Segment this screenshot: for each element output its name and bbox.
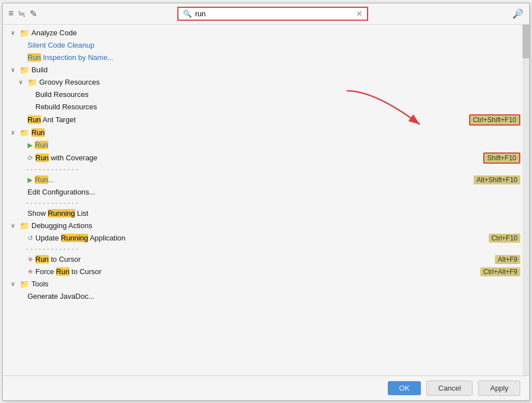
list-item[interactable]: ∨ 📁 Build: [3, 64, 529, 76]
search-icon: 🔍: [183, 10, 192, 18]
search-area: 🔍 ✕: [42, 7, 503, 21]
highlight-span: Run: [35, 141, 48, 149]
shortcut-badge: Alt+Shift+F10: [474, 175, 520, 184]
list-item[interactable]: › Rebuild Resources: [3, 101, 529, 113]
folder-icon: 📁: [20, 128, 29, 137]
highlight-span: Run: [31, 128, 45, 137]
coverage-icon: ⟳: [27, 154, 33, 162]
highlight-span: Run: [35, 255, 49, 263]
shortcut-badge: Ctrl+Shift+F10: [469, 114, 520, 126]
folder-icon: 📁: [20, 280, 29, 289]
list-item[interactable]: › ✳ Run to Cursor Alt+F9: [3, 253, 529, 266]
item-label: Run...: [35, 175, 474, 184]
item-label: Update Running Application: [35, 234, 489, 242]
folder-icon: 📁: [20, 66, 29, 75]
item-label: Run: [31, 128, 520, 137]
run-icon: ▶: [27, 176, 33, 184]
collapse-arrow: ∨: [11, 66, 19, 73]
separator: - - - - - - - - - - - - -: [3, 165, 529, 174]
highlight-span: Run: [27, 115, 41, 124]
item-label: Build: [31, 66, 520, 74]
scrollbar-thumb[interactable]: [522, 25, 529, 58]
item-label: Run Ant Target: [27, 115, 469, 124]
item-label: Run with Coverage: [35, 154, 483, 162]
list-item[interactable]: ∨ 📁 Run: [3, 127, 529, 139]
item-label: Generate JavaDoc...: [27, 292, 520, 300]
run-icon: ▶: [27, 141, 33, 149]
list-item[interactable]: › Build Resources: [3, 89, 529, 101]
list-item[interactable]: › ✳ Force Run to Cursor Ctrl+Alt+F9: [3, 266, 529, 278]
settings-icon[interactable]: ✎: [30, 8, 37, 19]
main-dialog: ≡ ≒ ✎ 🔍 ✕ 🔎 ∨ 📁 Analyze Code › Silent Co…: [2, 3, 530, 401]
folder-icon: 📁: [27, 78, 37, 87]
scrollbar-track[interactable]: [522, 25, 529, 376]
history-icon[interactable]: 🔎: [512, 8, 524, 19]
list-item[interactable]: › ▶ Run: [3, 139, 529, 151]
dialog-footer: OK Cancel Apply: [3, 376, 529, 400]
list-item[interactable]: ∨ 📁 Groovy Resources: [3, 76, 529, 89]
item-label: Debugging Actions: [31, 221, 520, 230]
item-label: Force Run to Cursor: [35, 267, 480, 276]
item-label: Run Inspection by Name...: [27, 53, 520, 62]
item-label: Tools: [31, 280, 520, 288]
item-label: Silent Code Cleanup: [27, 41, 520, 49]
list-item[interactable]: › Generate JavaDoc...: [3, 290, 529, 303]
cursor-icon: ✳: [27, 268, 33, 276]
list-item[interactable]: ∨ 📁 Analyze Code: [3, 27, 529, 39]
list-item[interactable]: › Run Ant Target Ctrl+Shift+F10: [3, 113, 529, 127]
highlight-span: Run: [35, 154, 49, 162]
collapse-all-icon[interactable]: ≒: [18, 8, 25, 19]
highlight-span: Run: [27, 53, 41, 62]
item-label: Analyze Code: [31, 29, 520, 37]
separator: - - - - - - - - - - - - -: [3, 244, 529, 253]
item-label: Run: [35, 141, 520, 149]
expand-all-icon[interactable]: ≡: [8, 8, 13, 18]
cancel-button[interactable]: Cancel: [426, 381, 473, 396]
shortcut-badge: Ctrl+F10: [489, 234, 520, 243]
shortcut-badge: Alt+F9: [495, 255, 520, 264]
list-item[interactable]: › Edit Configurations...: [3, 186, 529, 198]
shortcut-badge: Shift+F10: [483, 152, 520, 164]
cursor-icon: ✳: [27, 256, 33, 263]
folder-icon: 📁: [20, 221, 29, 230]
list-item[interactable]: ∨ 📁 Tools: [3, 278, 529, 290]
item-label: Run to Cursor: [35, 255, 495, 263]
item-label: Groovy Resources: [39, 78, 520, 86]
search-input[interactable]: [195, 10, 353, 18]
list-item[interactable]: › ⟳ Run with Coverage Shift+F10: [3, 151, 529, 165]
list-item[interactable]: › Run Inspection by Name...: [3, 52, 529, 64]
collapse-arrow: ∨: [11, 280, 19, 288]
search-box-container: 🔍 ✕: [177, 7, 368, 21]
list-item[interactable]: ∨ 📁 Debugging Actions: [3, 220, 529, 232]
list-item[interactable]: › Show Running List: [3, 207, 529, 220]
update-icon: ↺: [27, 234, 33, 242]
list-item[interactable]: › ↺ Update Running Application Ctrl+F10: [3, 232, 529, 244]
list-item[interactable]: › Silent Code Cleanup: [3, 39, 529, 52]
highlight-span: Running: [48, 209, 75, 217]
folder-icon: 📁: [20, 29, 29, 38]
shortcut-badge: Ctrl+Alt+F9: [480, 267, 520, 276]
ok-button[interactable]: OK: [388, 381, 421, 395]
collapse-arrow: ∨: [11, 222, 19, 229]
tree-content: ∨ 📁 Analyze Code › Silent Code Cleanup ›…: [3, 25, 529, 376]
toolbar: ≡ ≒ ✎ 🔍 ✕ 🔎: [3, 3, 529, 25]
clear-icon[interactable]: ✕: [356, 10, 363, 18]
collapse-arrow: ∨: [11, 29, 19, 36]
highlight-span: Run: [35, 175, 48, 184]
list-item[interactable]: › ▶ Run... Alt+Shift+F10: [3, 174, 529, 186]
apply-button[interactable]: Apply: [478, 381, 520, 396]
item-label: Edit Configurations...: [27, 188, 520, 196]
collapse-arrow: ∨: [11, 129, 19, 136]
highlight-span: Running: [61, 234, 88, 242]
item-label: Show Running List: [27, 209, 520, 217]
item-label: Rebuild Resources: [35, 103, 520, 111]
highlight-span: Run: [56, 267, 70, 276]
collapse-arrow: ∨: [19, 78, 26, 86]
item-label: Build Resources: [35, 90, 520, 99]
separator: - - - - - - - - - - - - -: [3, 198, 529, 207]
